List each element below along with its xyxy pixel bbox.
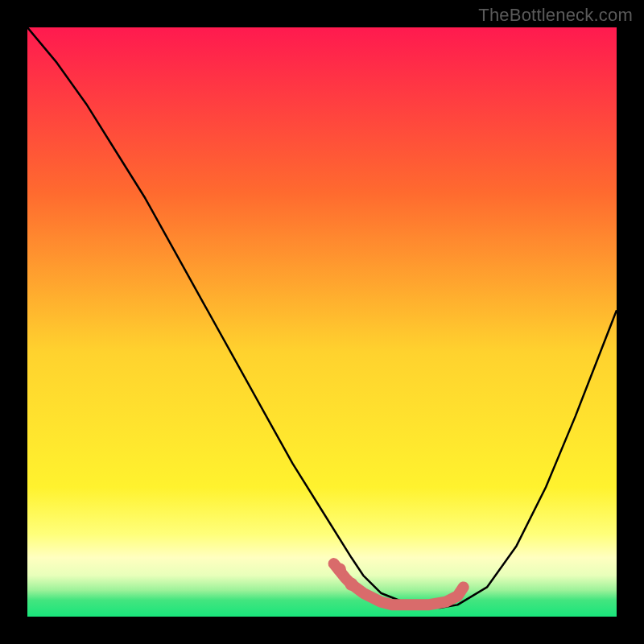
plot-area (27, 27, 617, 617)
chart-frame: TheBottleneck.com (0, 0, 644, 644)
watermark-label: TheBottleneck.com (478, 5, 633, 26)
bottleneck-chart (27, 27, 617, 617)
marker-1 (345, 578, 358, 591)
gradient-background (27, 27, 617, 617)
marker-0 (333, 563, 346, 576)
